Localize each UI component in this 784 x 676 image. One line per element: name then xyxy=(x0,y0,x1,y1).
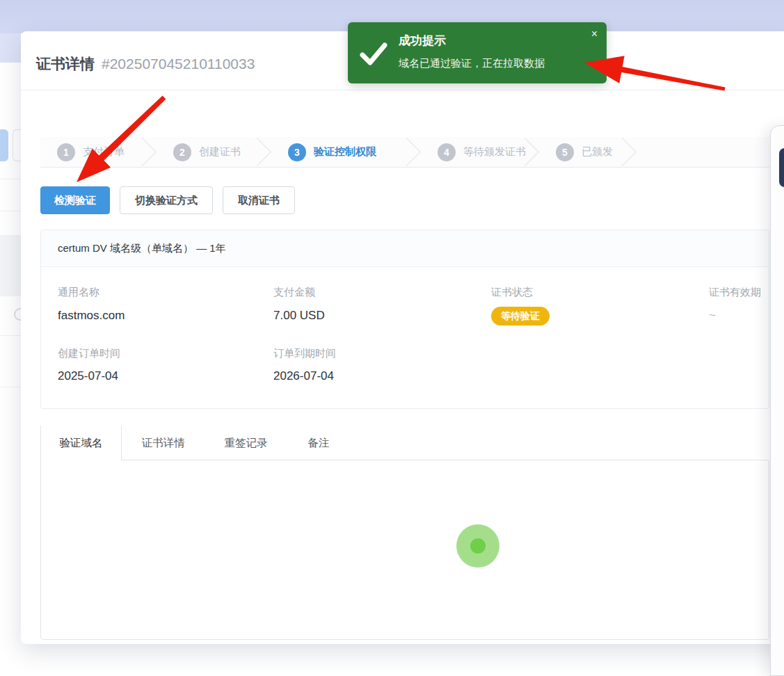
field-label-cert-status: 证书状态 xyxy=(491,286,533,299)
certificate-detail-modal: 证书详情#202507045210110033 1 支付订单 2 创建证书 3 … xyxy=(21,31,784,644)
loading-spinner-icon xyxy=(456,524,499,568)
page-title: 证书详情 xyxy=(36,56,95,72)
tab-content-panel xyxy=(40,460,769,640)
field-label-cert-validity: 证书有效期 xyxy=(709,286,761,299)
step-verify-control: 3 验证控制权限 xyxy=(271,137,421,167)
product-name: certum DV 域名级（单域名） — 1年 xyxy=(41,230,769,267)
switch-verification-method-button[interactable]: 切换验证方式 xyxy=(120,186,213,214)
step-create-cert: 2 创建证书 xyxy=(157,137,271,167)
step-number: 3 xyxy=(288,143,306,161)
step-label: 验证控制权限 xyxy=(314,145,376,159)
toast-title: 成功提示 xyxy=(399,33,446,49)
tab-verify-domain[interactable]: 验证域名 xyxy=(40,426,122,460)
step-filler xyxy=(637,137,769,167)
field-value-payment-amount: 7.00 USD xyxy=(273,309,325,323)
step-label: 创建证书 xyxy=(199,145,241,159)
certificate-info-card: certum DV 域名级（单域名） — 1年 通用名称 fastmos.com… xyxy=(40,230,769,409)
chevron-separator-icon xyxy=(608,138,637,166)
step-label: 支付订单 xyxy=(83,145,125,159)
cancel-certificate-button[interactable]: 取消证书 xyxy=(223,186,295,214)
step-number: 1 xyxy=(57,143,75,161)
toast-message: 域名已通过验证，正在拉取数据 xyxy=(399,57,545,70)
tab-remarks[interactable]: 备注 xyxy=(287,426,351,460)
step-number: 4 xyxy=(438,143,456,161)
side-widget-button[interactable] xyxy=(779,148,784,187)
success-check-icon xyxy=(359,40,388,68)
field-label-order-expires: 订单到期时间 xyxy=(273,347,336,360)
background-divider xyxy=(0,387,21,387)
field-value-order-created: 2025-07-04 xyxy=(58,369,118,383)
modal-title-row: 证书详情#202507045210110033 xyxy=(36,54,255,74)
field-value-order-expires: 2026-07-04 xyxy=(273,369,334,383)
step-wizard: 1 支付订单 2 创建证书 3 验证控制权限 4 等待颁发证书 5 已颁 xyxy=(40,137,769,168)
background-row-fragment xyxy=(0,235,21,296)
chevron-separator-icon xyxy=(392,138,421,166)
chevron-separator-icon xyxy=(128,138,157,166)
step-wait-issue: 4 等待颁发证书 xyxy=(421,137,539,167)
status-badge: 等待验证 xyxy=(491,307,550,325)
field-label-payment-amount: 支付金额 xyxy=(273,286,315,299)
detail-tabs: 验证域名 证书详情 重签记录 备注 xyxy=(40,426,351,460)
screen: 证书详情#202507045210110033 1 支付订单 2 创建证书 3 … xyxy=(0,0,784,676)
order-id: #202507045210110033 xyxy=(102,56,255,72)
tab-cert-details[interactable]: 证书详情 xyxy=(122,426,205,460)
side-widget-panel xyxy=(770,125,784,676)
action-toolbar: 检测验证 切换验证方式 取消证书 xyxy=(40,186,295,214)
background-divider xyxy=(0,211,21,211)
background-divider xyxy=(0,179,21,179)
field-label-common-name: 通用名称 xyxy=(58,286,99,299)
step-number: 5 xyxy=(556,143,574,161)
tab-reissue-records[interactable]: 重签记录 xyxy=(205,426,287,460)
chevron-separator-icon xyxy=(243,138,271,166)
loading-spinner-core xyxy=(470,538,486,554)
field-value-cert-validity: ~ xyxy=(709,309,716,323)
success-toast: 成功提示 域名已通过验证，正在拉取数据 × xyxy=(348,22,607,83)
step-pay-order: 1 支付订单 xyxy=(40,137,157,167)
close-icon[interactable]: × xyxy=(591,27,598,41)
field-value-common-name: fastmos.com xyxy=(58,309,125,323)
chevron-separator-icon xyxy=(511,138,539,166)
step-issued: 5 已颁发 xyxy=(539,137,637,167)
step-number: 2 xyxy=(173,143,191,161)
background-selected-item-fragment xyxy=(0,129,8,161)
field-label-order-created: 创建订单时间 xyxy=(58,347,120,360)
background-divider xyxy=(0,335,21,336)
background-sidebar-fragment xyxy=(0,33,21,63)
check-verification-button[interactable]: 检测验证 xyxy=(40,186,110,214)
